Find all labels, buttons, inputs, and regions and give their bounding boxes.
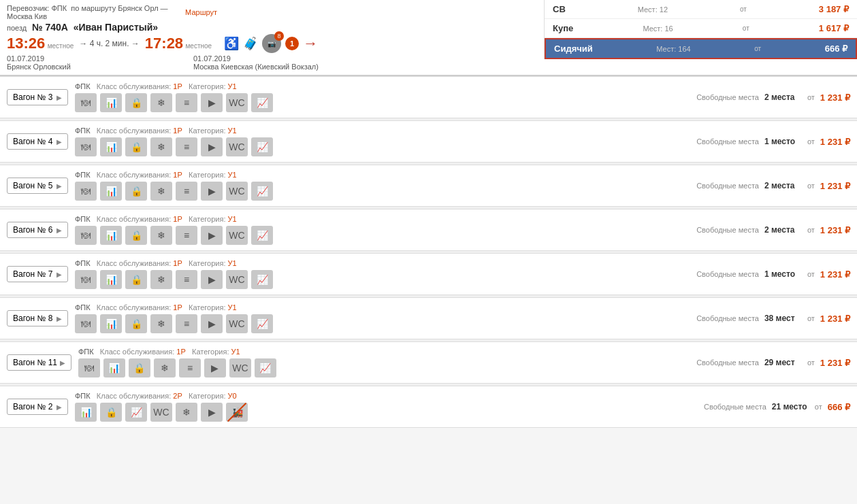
class-val-link[interactable]: 1Р [173,259,182,267]
ticket-class-row[interactable]: Купе Мест: 16 от 1 617 ₽ [545,19,857,38]
wagon-icon: ❄ [150,226,172,245]
chevron-right-icon: ▶ [56,315,62,322]
wagon-button[interactable]: Вагон № 2 ▶ [7,399,68,415]
cat-label: Категория: [189,392,225,400]
wagon-icon: ❄ [176,403,197,422]
wagon-icon: 🍽 [75,137,97,156]
ticket-from-label: от [740,5,747,13]
wagons-list: Вагон № 3 ▶ ФПК Класс обслуживания: 1Р К… [0,76,857,428]
class-label: Класс обслуживания: [97,215,171,223]
ticket-class-row[interactable]: Сидячий Мест: 164 от 666 ₽ [545,38,857,59]
wagon-icon: ≡ [176,137,197,156]
wagon-icon: ≡ [179,358,201,377]
class-val-link[interactable]: 1Р [173,303,182,312]
wagon-row: Вагон № 11 ▶ ФПК Класс обслуживания: 1Р … [0,341,857,384]
wagon-row: Вагон № 6 ▶ ФПК Класс обслуживания: 1Р К… [0,209,857,251]
fpk-label: ФПК [75,392,91,400]
wagon-icon: 📈 [251,270,273,289]
ticket-seats: Мест: 164 [656,45,690,53]
wagon-button[interactable]: Вагон № 4 ▶ [7,133,68,150]
wagon-right: Свободные места 38 мест от 1 231 ₽ [687,314,850,324]
duration-text: → 4 ч. 2 мин. → [79,39,140,48]
wagon-meta: ФПК Класс обслуживания: 1Р Категория: У1 [75,303,680,312]
page-wrapper: Перевозчик: ФПК по маршруту Брянск Орл —… [0,0,857,428]
wagon-icon: 📊 [103,358,125,377]
fpk-label: ФПК [78,348,94,356]
seats-label: Свободные места [696,270,759,278]
price-value: 1 231 ₽ [820,314,850,324]
ticket-price: 666 ₽ [825,44,847,54]
wagon-meta: ФПК Класс обслуживания: 1Р Категория: У1 [78,348,680,356]
seats-count: 2 места [764,181,802,190]
cat-val-link[interactable]: У1 [228,259,237,267]
departure-block: 13:26 местное [7,35,74,52]
wagon-right: Свободные места 29 мест от 1 231 ₽ [687,358,850,368]
wagon-icon: ❄ [150,137,172,156]
wagon-button[interactable]: Вагон № 7 ▶ [7,266,68,282]
ticket-price: 1 617 ₽ [819,23,849,33]
wagon-button[interactable]: Вагон № 3 ▶ [7,89,68,105]
class-val-link[interactable]: 1Р [173,171,182,179]
wagon-button[interactable]: Вагон № 6 ▶ [7,222,68,238]
wagon-icon: 🍽 [78,358,100,377]
cat-val-link[interactable]: У0 [228,392,237,400]
price-from-label: от [807,358,815,367]
wagon-icons: 📊🔒📈WC❄▶🚂 [75,403,680,422]
wagon-icon: WC [226,182,248,201]
class-label: Класс обслуживания: [97,171,171,179]
cat-val-link[interactable]: У1 [228,127,237,135]
cat-val-link[interactable]: У1 [228,171,237,179]
seats-count: 29 мест [764,358,802,367]
ticket-class-name: Сидячий [554,44,593,54]
wagon-icons: 🍽📊🔒❄≡▶WC📈 [75,93,680,112]
wagon-label: Вагон № 6 [13,225,52,235]
class-val-link[interactable]: 2Р [173,392,182,400]
class-val-link[interactable]: 1Р [173,215,182,223]
wagon-button[interactable]: Вагон № 11 ▶ [7,354,71,371]
wagon-icon: 📈 [251,137,273,156]
class-val-link[interactable]: 1Р [173,127,182,135]
chevron-right-icon: ▶ [60,359,65,367]
cat-label: Категория: [189,82,225,90]
price-value: 1 231 ₽ [820,358,850,368]
ticket-seats: Мест: 12 [638,5,668,14]
wagon-icon: 📊 [100,137,122,156]
wagon-row: Вагон № 2 ▶ ФПК Класс обслуживания: 2Р К… [0,386,857,428]
fpk-label: ФПК [75,215,91,223]
ticket-class-name: СВ [553,4,566,14]
wagon-icon: 📊 [100,93,122,112]
ticket-class-row[interactable]: СВ Мест: 12 от 3 187 ₽ [545,0,857,19]
price-from-label: от [807,182,815,190]
price-value: 1 231 ₽ [820,269,850,280]
wagon-label: Вагон № 11 [13,358,57,367]
duration-block: → 4 ч. 2 мин. → [79,39,140,48]
wagon-right: Свободные места 1 место от 1 231 ₽ [687,269,850,280]
price-from-label: от [807,93,815,101]
arrival-local: местное [185,42,212,50]
wagon-button[interactable]: Вагон № 5 ▶ [7,178,68,194]
cat-val-link[interactable]: У1 [231,348,240,356]
wagon-icon: ≡ [176,226,197,245]
cat-val-link[interactable]: У1 [228,303,237,312]
class-val-link[interactable]: 1Р [173,82,182,90]
wagon-info: ФПК Класс обслуживания: 1Р Категория: У1… [75,215,680,245]
route-link[interactable]: Маршрут [185,8,217,16]
wagon-icon: ≡ [176,270,197,289]
class-val-link[interactable]: 1Р [176,348,185,356]
cat-val-link[interactable]: У1 [228,82,237,90]
wagon-icon: 🍽 [75,270,97,289]
wagon-icon: 📊 [75,403,97,422]
price-from-label: от [807,137,815,146]
wagon-icon: 🔒 [125,93,147,112]
fpk-label: ФПК [75,303,91,312]
cat-val-link[interactable]: У1 [228,215,237,223]
wagon-info: ФПК Класс обслуживания: 2Р Категория: У0… [75,392,680,422]
wagon-icon: 📈 [125,403,147,422]
wagon-icon: ▶ [201,403,223,422]
wagon-button[interactable]: Вагон № 8 ▶ [7,310,68,326]
wagon-row: Вагон № 8 ▶ ФПК Класс обслуживания: 1Р К… [0,297,857,339]
carrier-text: Перевозчик: ФПК по маршруту Брянск Орл —… [7,4,185,20]
wheelchair-icon: ♿ [224,36,239,51]
cat-label: Категория: [192,348,229,356]
price-from-label: от [815,403,822,411]
